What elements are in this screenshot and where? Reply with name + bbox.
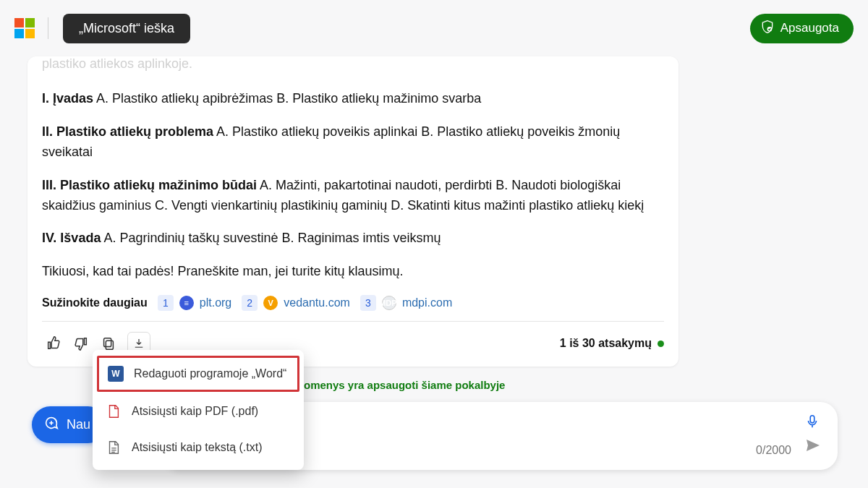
pdf-icon — [106, 403, 122, 419]
protected-banner-text: omenys yra apsaugoti šiame pokalbyje — [304, 379, 505, 391]
search-pill[interactable]: „Microsoft“ ieška — [63, 14, 190, 43]
thumbs-down-button[interactable] — [69, 332, 93, 355]
svg-rect-1 — [106, 341, 113, 350]
microsoft-logo-icon — [14, 18, 35, 38]
status-dot-icon — [658, 341, 664, 347]
response-card: plastiko atliekos aplinkoje. I. Įvadas A… — [27, 56, 678, 367]
clipped-previous-text: plastiko atliekos aplinkoje. — [42, 56, 664, 72]
learn-more-label: Sužinokite daugiau — [42, 296, 148, 309]
response-content: I. Įvadas A. Plastiko atliekų apibrėžima… — [42, 89, 664, 282]
thumbs-up-button[interactable] — [42, 332, 65, 355]
answer-counter: 1 iš 30 atsakymų — [560, 337, 664, 350]
favicon-icon: MDPI — [382, 296, 396, 310]
text-file-icon — [106, 440, 122, 455]
separator — [48, 17, 48, 39]
chat-plus-icon — [43, 415, 59, 435]
protected-button[interactable]: Apsaugota — [750, 14, 854, 43]
learn-more-row: Sužinokite daugiau 1 ≡ plt.org 2 V vedan… — [42, 295, 664, 322]
reference-link-3[interactable]: 3 MDPI mdpi.com — [360, 295, 452, 311]
menu-item-edit-word[interactable]: W Redaguoti programoje „Word“ — [97, 356, 299, 392]
reference-link-2[interactable]: 2 V vedantu.com — [242, 295, 350, 311]
favicon-icon: ≡ — [179, 296, 194, 310]
protected-label: Apsaugota — [780, 21, 839, 35]
mic-button[interactable] — [804, 414, 820, 432]
char-counter: 0/2000 — [756, 444, 791, 457]
download-menu: W Redaguoti programoje „Word“ Atsisiųsti… — [93, 350, 304, 470]
menu-item-download-pdf[interactable]: Atsisiųsti kaip PDF (.pdf) — [93, 393, 304, 429]
top-bar: „Microsoft“ ieška Apsaugota — [0, 0, 868, 56]
svg-rect-3 — [810, 416, 814, 423]
menu-item-download-txt[interactable]: Atsisiųsti kaip tekstą (.txt) — [93, 429, 304, 466]
favicon-icon: V — [263, 296, 278, 310]
reference-link-1[interactable]: 1 ≡ plt.org — [158, 295, 231, 311]
send-button[interactable] — [804, 437, 822, 457]
shield-check-icon — [760, 20, 775, 38]
word-icon: W — [108, 366, 124, 382]
svg-rect-2 — [104, 338, 111, 347]
